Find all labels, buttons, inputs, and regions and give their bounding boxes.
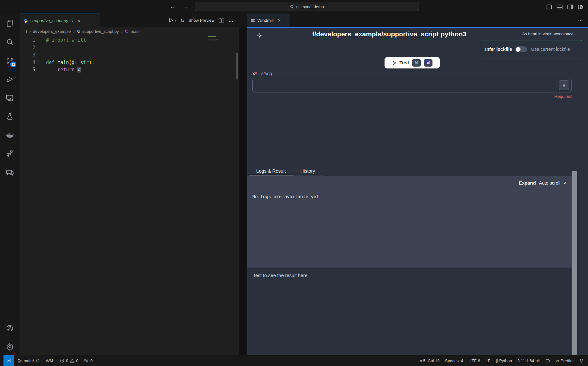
theme-sun-icon[interactable] — [256, 32, 263, 39]
branch-status[interactable]: main* — [18, 358, 40, 363]
toggle-secondary-sidebar-icon[interactable] — [567, 4, 573, 10]
braces-icon: {} — [496, 358, 497, 363]
run-debug-icon[interactable] — [2, 72, 17, 87]
python-file-icon — [23, 18, 28, 23]
x-input-container: $ — [252, 78, 572, 92]
split-editor-icon[interactable] — [219, 18, 224, 23]
editor-scrollbar[interactable] — [236, 53, 238, 80]
line-number: 5 — [20, 66, 35, 74]
cmd-key-badge: ⌘ — [412, 59, 421, 67]
copilot-icon[interactable] — [545, 358, 550, 363]
breadcrumb-root[interactable]: f — [26, 29, 27, 34]
code-line-1[interactable]: 1# import wmill — [20, 37, 239, 44]
sync-icon — [36, 358, 40, 363]
remote-explorer-icon[interactable] — [2, 90, 17, 105]
remote-indicator[interactable]: >< — [3, 355, 14, 366]
line-number: 2 — [20, 44, 35, 52]
language-mode-status[interactable]: {} Python — [496, 358, 512, 363]
code-line-3[interactable]: 3 — [20, 51, 239, 59]
breadcrumb-separator: › — [121, 29, 123, 34]
python-runtime-status[interactable]: 3.11.1 64-bit — [517, 358, 540, 363]
run-dropdown-icon[interactable]: ∨ — [174, 19, 176, 22]
eol-status[interactable]: LF — [485, 358, 490, 363]
toggle-knob — [516, 47, 520, 52]
extensions-icon[interactable] — [2, 146, 17, 161]
result-tabs: Logs & Result History — [249, 167, 323, 175]
test-button[interactable]: Test ⌘ ⏎ — [385, 57, 440, 68]
show-preview-button[interactable]: Show Preview — [189, 18, 215, 23]
encoding-status[interactable]: UTF-8 — [468, 358, 480, 363]
line-number: 3 — [20, 51, 35, 59]
prettier-status[interactable]: ⊘ Prettier — [556, 358, 574, 363]
line-number: 1 — [20, 37, 35, 44]
history-back-button[interactable]: ← — [170, 3, 176, 10]
symbol-cube-icon — [125, 29, 129, 33]
activity-bar: 11 — [0, 14, 20, 355]
remote-icon: >< — [7, 358, 10, 363]
indentation-status[interactable]: Spaces: 4 — [445, 358, 463, 363]
source-control-icon[interactable]: 11 — [2, 53, 17, 68]
lockfile-toggle[interactable] — [515, 46, 527, 52]
code-line-2[interactable]: 2 — [20, 44, 239, 52]
test-button-label: Test — [399, 60, 409, 66]
settings-gear-icon[interactable] — [2, 339, 17, 354]
accounts-icon[interactable] — [2, 321, 17, 336]
explorer-icon[interactable] — [2, 16, 17, 31]
toggle-panel-icon[interactable] — [556, 4, 563, 10]
breadcrumb-file[interactable]: supportive_script.py — [77, 29, 119, 34]
tab-label: supportive_script.py — [30, 18, 68, 23]
windmill-tab-label: Windmill — [257, 18, 273, 23]
tab-supportive-script[interactable]: supportive_script.py U ✕ — [20, 14, 100, 27]
windmill-actions-more-icon[interactable]: … — [578, 17, 583, 22]
search-sidebar-icon[interactable] — [2, 34, 17, 50]
search-icon — [290, 5, 294, 9]
customize-layout-icon[interactable] — [578, 4, 584, 10]
breadcrumb: f › developers_example › supportive_scri… — [20, 27, 239, 35]
run-context: As henri in virgin-workspace — [522, 32, 573, 36]
testing-icon[interactable] — [2, 109, 17, 124]
ports-status[interactable]: 0 — [84, 358, 92, 363]
docker-icon[interactable] — [2, 127, 17, 143]
tab-history[interactable]: History — [293, 167, 323, 175]
code-line-5[interactable]: 5 return x — [20, 66, 239, 74]
tab-close-icon[interactable]: ✕ — [77, 19, 80, 23]
code-line-4[interactable]: 4def main(x: str): — [20, 59, 239, 67]
editor-actions-more-icon[interactable]: … — [228, 18, 233, 23]
editor-tab-bar: supportive_script.py U ✕ ∨ ⇆ Show Previe… — [20, 14, 247, 27]
wm-status[interactable]: WM: — [46, 358, 54, 363]
windmill-panel: f/developers_example/supportive_script p… — [247, 28, 588, 355]
comments-icon[interactable] — [2, 165, 17, 180]
play-icon — [392, 61, 397, 65]
required-message: Required — [554, 94, 572, 99]
warning-icon — [70, 358, 74, 363]
run-python-file-button[interactable]: ∨ — [168, 18, 176, 23]
error-icon — [60, 358, 64, 363]
cursor-position-status[interactable]: Ln 5, Col 13 — [417, 358, 439, 363]
auto-scroll-check-icon[interactable]: ✔ — [563, 180, 567, 186]
problems-status[interactable]: 0 0 — [60, 358, 78, 363]
field-name: x — [252, 71, 255, 76]
field-label-row: x * string — [252, 71, 272, 76]
breadcrumb-symbol-main[interactable]: main — [125, 29, 139, 34]
panel-scrollbar[interactable] — [572, 171, 577, 355]
lockfile-box: Infer lockfile Use current lockfile — [482, 40, 582, 58]
tab-windmill[interactable]: Windmill ✕ — [247, 14, 290, 27]
tab-logs-result[interactable]: Logs & Result — [249, 167, 293, 175]
x-input[interactable] — [256, 80, 552, 91]
editor-group-sash[interactable] — [239, 27, 247, 355]
expand-button[interactable]: Expand — [519, 180, 536, 186]
breadcrumb-folder[interactable]: developers_example — [33, 29, 71, 34]
logs-empty-message: No logs are available yet — [252, 194, 319, 199]
search-value: git_sync_demo — [296, 4, 324, 9]
variable-picker-button[interactable]: $ — [559, 80, 569, 90]
notifications-bell-icon[interactable] — [579, 358, 584, 363]
code-editor[interactable]: 1# import wmill234def main(x: str):5 ret… — [20, 35, 239, 355]
auto-scroll-label[interactable]: Auto scroll — [539, 180, 561, 186]
open-changes-icon[interactable]: ⇆ — [180, 18, 185, 23]
toggle-primary-sidebar-icon[interactable] — [546, 4, 552, 10]
command-center-search[interactable]: git_sync_demo — [195, 2, 419, 11]
history-forward-button[interactable]: → — [183, 3, 189, 10]
windmill-tab-close-icon[interactable]: ✕ — [278, 18, 281, 23]
minimap[interactable] — [208, 36, 222, 44]
infer-lockfile-label: Infer lockfile — [485, 47, 512, 52]
